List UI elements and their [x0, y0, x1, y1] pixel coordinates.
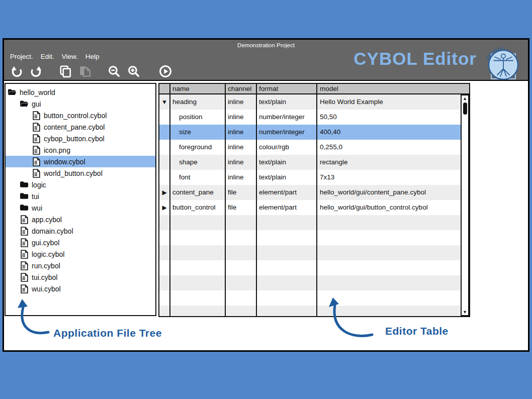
table-row-size[interactable]: sizeinlinenumber/integer400,40: [159, 125, 469, 140]
cell-format: [257, 275, 317, 290]
tree-item-gui[interactable]: gui: [6, 98, 155, 110]
vitruvian-man-icon: 01010101: [484, 44, 523, 82]
tree-item-logic[interactable]: logic: [6, 179, 155, 190]
table-row-position[interactable]: positioninlinenumber/integer50,50: [159, 110, 469, 125]
tree-item-content_pane-cybol[interactable]: content_pane.cybol: [6, 121, 155, 133]
table-scrollbar[interactable]: ▲ ▼: [461, 94, 469, 316]
menu-view[interactable]: View.: [62, 53, 78, 60]
table-row-empty: [159, 245, 469, 260]
cell-channel: inline: [226, 170, 257, 185]
column-header-expander: [159, 84, 170, 93]
expand-icon[interactable]: ▶: [159, 185, 170, 200]
folder-open-icon: [20, 100, 30, 108]
table-row-heading[interactable]: ▼headinginlinetext/plainHello World Exam…: [159, 94, 469, 110]
tree-item-app-cybol[interactable]: app.cybol: [6, 214, 155, 225]
file-icon: [20, 227, 30, 236]
tree-item-logic-cybol[interactable]: logic.cybol: [6, 248, 155, 260]
scrollbar-thumb[interactable]: [463, 103, 467, 115]
tree-item-label: tui.cybol: [32, 273, 57, 281]
folder-icon: [20, 204, 30, 212]
table-row-foreground[interactable]: foregroundinlinecolour/rgb0,255,0: [159, 140, 469, 155]
tree-item-label: wui.cybol: [32, 285, 61, 293]
cell-channel: inline: [226, 140, 257, 155]
zoom-in-button[interactable]: [127, 64, 140, 78]
cell-channel: file: [226, 200, 257, 215]
cell-channel: [226, 230, 257, 245]
column-header-name: name: [170, 84, 226, 93]
file-icon: [32, 157, 42, 166]
cell-channel: inline: [226, 110, 257, 125]
tree-item-label: content_pane.cybol: [44, 123, 105, 131]
scroll-up-button[interactable]: ▲: [463, 95, 467, 102]
cell-model: [317, 290, 469, 306]
collapse-icon[interactable]: ▼: [159, 94, 170, 110]
tree-item-button_control-cybol[interactable]: button_control.cybol: [6, 110, 155, 121]
table-row-font[interactable]: fontinlinetext/plain7x13: [159, 170, 469, 185]
tree-item-window-cybol[interactable]: window.cybol: [6, 156, 155, 167]
table-row-empty: [159, 306, 469, 316]
cell-model: 0,255,0: [317, 140, 469, 155]
table-row-empty: [159, 230, 469, 245]
cell-name: [170, 245, 226, 260]
cell-name: [170, 290, 226, 306]
tree-item-hello_world[interactable]: hello_world: [6, 86, 155, 98]
tree-item-wui[interactable]: wui: [6, 202, 155, 214]
table-row-shape[interactable]: shapeinlinetext/plainrectangle: [159, 155, 469, 170]
file-icon: [32, 123, 42, 132]
tree-item-tui[interactable]: tui: [6, 190, 155, 202]
redo-button[interactable]: [29, 64, 43, 78]
cell-name: shape: [170, 155, 226, 170]
cell-format: [257, 245, 317, 260]
expand-icon[interactable]: ▶: [159, 200, 170, 215]
paste-icon: [78, 65, 92, 78]
run-button[interactable]: [158, 64, 172, 78]
expander-spacer: [159, 260, 170, 275]
cell-model: 400,40: [317, 125, 469, 140]
menu-edit[interactable]: Edit.: [41, 53, 54, 60]
tree-item-label: logic: [32, 181, 46, 189]
cell-format: [257, 215, 317, 230]
tree-item-wui-cybol[interactable]: wui.cybol: [6, 283, 155, 294]
table-row-button_control[interactable]: ▶button_controlfileelement/parthello_wor…: [159, 200, 469, 215]
app-window: Demonstration Project Project. Edit. Vie…: [3, 38, 529, 352]
column-header-channel: channel: [226, 84, 257, 93]
expander-spacer: [159, 155, 170, 170]
tree-item-domain-cybol[interactable]: domain.cybol: [6, 225, 155, 237]
tree-item-label: window.cybol: [44, 158, 85, 166]
zoom-out-button[interactable]: [107, 64, 121, 78]
table-row-empty: [159, 275, 469, 290]
cell-name: [170, 230, 226, 245]
tree-item-world_button-cybol[interactable]: world_button.cybol: [6, 167, 155, 179]
undo-button[interactable]: [10, 64, 23, 78]
cell-format: text/plain: [257, 94, 317, 110]
tree-item-gui-cybol[interactable]: gui.cybol: [6, 237, 155, 248]
menu-project[interactable]: Project.: [10, 53, 33, 60]
cell-model: rectangle: [317, 155, 469, 170]
cell-format: [257, 306, 317, 316]
cell-channel: [226, 275, 257, 290]
tree-item-tui-cybol[interactable]: tui.cybol: [6, 271, 155, 283]
tree-item-cybop_button-cybol[interactable]: cybop_button.cybol: [6, 133, 155, 144]
cell-model: [317, 306, 469, 316]
cell-name: [170, 260, 226, 275]
column-header-model: model: [317, 84, 469, 93]
desktop: Demonstration Project Project. Edit. Vie…: [0, 0, 532, 399]
table-row-content_pane[interactable]: ▶content_panefileelement/parthello_world…: [159, 185, 469, 200]
cell-channel: [226, 290, 257, 306]
tree-item-icon-png[interactable]: icon.png: [6, 144, 155, 156]
cell-model: hello_world/gui/content_pane.cybol: [317, 185, 469, 200]
table-row-empty: [159, 260, 469, 275]
copy-button[interactable]: [58, 64, 72, 78]
file-icon: [20, 284, 30, 293]
tree-item-run-cybol[interactable]: run.cybol: [6, 260, 155, 271]
expander-spacer: [159, 140, 170, 155]
table-body: ▼headinginlinetext/plainHello World Exam…: [159, 94, 469, 316]
scroll-down-button[interactable]: ▼: [463, 309, 467, 315]
cell-model: [317, 260, 469, 275]
tree-item-label: run.cybol: [32, 262, 60, 270]
cell-name: button_control: [170, 200, 226, 215]
cell-channel: [226, 260, 257, 275]
paste-button[interactable]: [78, 64, 92, 78]
menu-help[interactable]: Help: [85, 53, 100, 60]
folder-icon: [20, 192, 30, 200]
